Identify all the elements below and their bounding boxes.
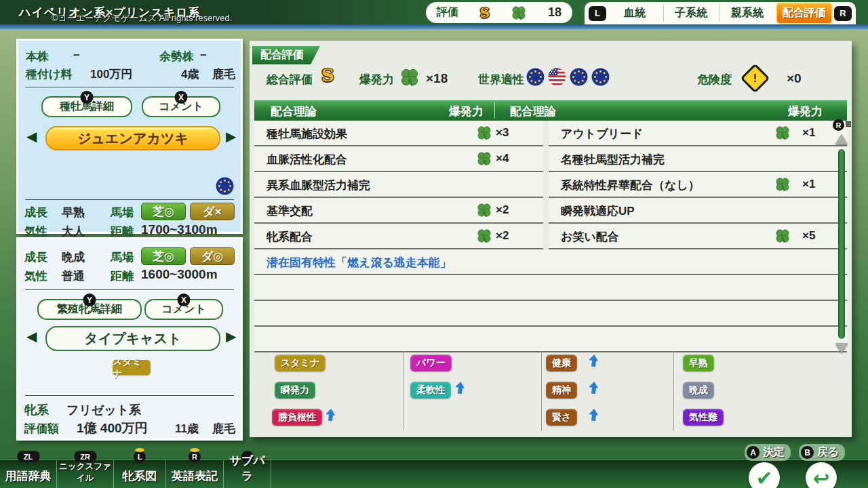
divider <box>25 87 234 87</box>
tab-parent-lines[interactable]: 親系統 <box>719 4 774 22</box>
risk-warning-icon: ! <box>741 64 770 94</box>
mare-detail-button[interactable]: Y 繁殖牝馬詳細 <box>37 299 142 320</box>
ability-label: 賢さ <box>552 411 571 424</box>
family-line-label: 牝系 <box>24 402 49 418</box>
footer-glossary-button[interactable]: ZL 用語辞典 <box>0 460 57 488</box>
copyright-text: ©コーエーテクモゲームス All rights reserved. <box>52 12 232 24</box>
stallion-detail-button[interactable]: Y 種牡馬詳細 <box>41 96 132 117</box>
y-key-badge: Y <box>81 91 94 104</box>
ability-badge-intelligence: 賢さ <box>546 409 577 426</box>
footer-bar: ZL 用語辞典 ZR ニックスファイル L 牝系図 R 英語表記 − サブパラ <box>0 460 868 488</box>
stick-cap-icon <box>135 448 144 452</box>
x-key-badge: X <box>175 91 188 104</box>
up-arrow-icon <box>588 354 600 369</box>
evaluation-pill: 評価 S 18 <box>426 2 572 23</box>
theory-row: 基準交配 ×2 <box>254 198 543 224</box>
tab-bloodline[interactable]: 血統 <box>608 4 662 22</box>
growth-value: 早熟 <box>62 205 85 220</box>
eval-grade: S <box>480 5 490 21</box>
appraisal-label: 評価額 <box>24 421 59 436</box>
temper-label: 気性 <box>24 268 47 284</box>
confirm-button[interactable]: ✔ <box>749 462 780 488</box>
footer-item-label: 牝系図 <box>114 468 165 484</box>
mare-name: タイプキャスト <box>84 329 181 348</box>
tab-strip: L 血統 子系統 親系統 配合評価 R <box>585 2 856 24</box>
risk-label: 危険度 <box>697 72 732 87</box>
scroll-down-arrow[interactable] <box>835 343 848 353</box>
table-header: 配合理論 爆発力 配合理論 爆発力 <box>254 100 847 121</box>
ability-label: パワー <box>416 357 446 369</box>
x-key-badge: X <box>178 293 191 306</box>
up-arrow-icon <box>588 381 600 396</box>
mare-name-pill[interactable]: タイプキャスト <box>45 326 220 351</box>
footer-nicks-file-button[interactable]: ZR ニックスファイル <box>57 460 114 488</box>
stud-fee-label: 種付け料 <box>26 66 72 82</box>
tab-child-lines[interactable]: 子系統 <box>663 4 718 22</box>
stallion-panel: 本株 − 余勢株 − 種付け料 100万円 4歳 鹿毛 Y 種牡馬詳細 X コメ… <box>16 39 243 234</box>
scrollbar-track[interactable] <box>838 149 845 339</box>
empty-row <box>254 327 847 352</box>
stallion-comment-button[interactable]: X コメント <box>142 96 220 117</box>
footer-sub-parameters-button[interactable]: − サブパラ <box>224 460 271 488</box>
footer-item-label: サブパラ <box>224 453 271 484</box>
dirt-aptitude-badge: ダ◎ <box>190 247 235 265</box>
theory-name: 系統特性昇華配合（なし） <box>561 178 700 193</box>
latent-trait-text: 潜在固有特性「燃え滾る逃走本能」 <box>267 255 452 270</box>
theory-name: 基準交配 <box>267 203 313 219</box>
footer-dam-line-chart-button[interactable]: L 牝系図 <box>114 460 166 488</box>
blue-divider <box>0 24 868 29</box>
r-stick-badge: R <box>833 119 844 131</box>
growth-label: 成長 <box>24 205 47 220</box>
distance-label: 距離 <box>111 268 134 284</box>
ability-label: 健康 <box>552 357 571 369</box>
header-divider <box>494 102 495 119</box>
overall-eval-grade: S <box>321 65 334 85</box>
theory-row: 血脈活性化配合 ×4 <box>254 146 543 172</box>
confirm-hint: A 決定 <box>745 444 791 461</box>
spare-stock-value: − <box>200 49 207 62</box>
prev-mare-arrow[interactable]: ◀ <box>26 329 37 343</box>
next-stallion-arrow[interactable]: ▶ <box>226 129 236 143</box>
theory-name: 血脈活性化配合 <box>267 152 347 167</box>
clover-icon <box>775 125 790 140</box>
appraisal-value: 1億 400万円 <box>77 420 148 437</box>
prev-stallion-arrow[interactable]: ◀ <box>26 129 37 143</box>
eval-label: 評価 <box>437 5 458 20</box>
footer-english-notation-button[interactable]: R 英語表記 <box>166 460 224 488</box>
scroll-up-arrow[interactable] <box>835 134 848 144</box>
empty-row <box>254 275 847 301</box>
power-header-left: 爆発力 <box>449 104 484 119</box>
footer-item-label: 用語辞典 <box>0 468 56 484</box>
temper-value: 普通 <box>62 268 85 284</box>
theory-row: 名種牡馬型活力補完 <box>549 146 847 172</box>
r-stick-lines-icon <box>846 121 851 123</box>
stallion-name-pill[interactable]: ジュエンアカツキ <box>45 126 220 150</box>
divider <box>25 395 234 396</box>
theory-mult: ×2 <box>496 229 509 243</box>
clover-icon <box>477 151 492 166</box>
mare-comment-button[interactable]: X コメント <box>144 299 223 320</box>
theory-name: 牝系配合 <box>267 229 313 245</box>
theory-name: 名種牡馬型活力補完 <box>561 152 665 167</box>
stock-value: − <box>73 49 80 62</box>
stock-label: 本株 <box>26 49 49 64</box>
a-key-badge: A <box>747 446 760 459</box>
back-button[interactable]: ↩ <box>806 462 837 488</box>
ability-badge-grit: 勝負根性 <box>272 409 322 426</box>
world-aptitude-label: 世界適性 <box>478 72 524 87</box>
game-screen: ハイペリオン系×プリンスキロ系 ©コーエーテクモゲームス All rights … <box>0 0 868 488</box>
tab-pairing-evaluation[interactable]: 配合評価 <box>776 2 833 24</box>
theory-name: 種牡馬施設効果 <box>267 126 347 142</box>
return-arrow-icon: ↩ <box>812 466 829 488</box>
clover-icon <box>477 228 492 243</box>
y-key-badge: Y <box>83 293 96 306</box>
theory-name: お笑い配合 <box>561 229 619 245</box>
mare-trait-badge: スタミナ <box>113 360 151 375</box>
growth-label: 成長 <box>24 249 47 265</box>
power-header-right: 爆発力 <box>788 104 823 119</box>
flag-eu-icon <box>216 177 234 195</box>
theory-name: 異系血脈型活力補完 <box>267 178 370 193</box>
ability-badge-temperamental: 気性難 <box>683 409 724 426</box>
distance-value: 1700~3100m <box>141 222 218 237</box>
next-mare-arrow[interactable]: ▶ <box>226 329 236 343</box>
